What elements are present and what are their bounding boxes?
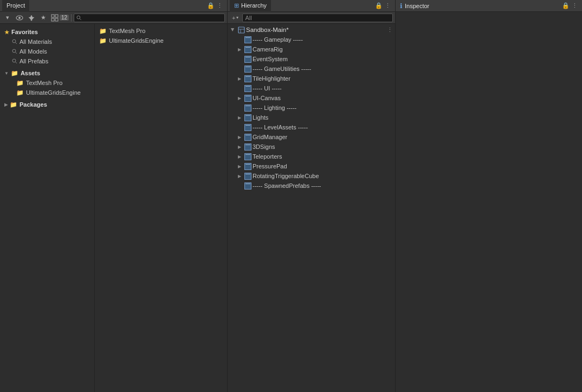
dropdown-arrow-btn[interactable]: ▾ [2, 13, 13, 23]
sidebar-item-all-materials[interactable]: All Materials [0, 37, 94, 47]
favorites-section: ★ Favorites All Materials All Models All… [0, 26, 94, 67]
gameutilities-cube-icon [244, 65, 251, 73]
lights-label: Lights [253, 114, 268, 121]
hier-item-gameutilities[interactable]: ▶ ----- GameUtilities ----- [228, 64, 395, 74]
pin-btn[interactable] [26, 13, 37, 23]
hier-item-camerarig[interactable]: ▶ CameraRig [228, 44, 395, 54]
hier-item-ui-sep[interactable]: ▶ ----- UI ----- [228, 83, 395, 93]
asset-item-textmesh[interactable]: 📁 TextMesh Pro [95, 26, 227, 36]
search-input[interactable] [83, 15, 222, 21]
root-arrow: ▶ [230, 27, 236, 33]
asset-item-ultimate[interactable]: 📁 UltimateGridsEngine [95, 36, 227, 45]
sidebar-packages-header[interactable]: ▶ 📁 Packages [0, 100, 94, 109]
root-scene-icon [237, 26, 245, 34]
hier-item-gameplay[interactable]: ▶ ----- Gameplay ----- [228, 35, 395, 44]
svg-line-11 [16, 53, 17, 54]
hier-item-lights[interactable]: ▶ Lights [228, 113, 395, 122]
sidebar-item-all-prefabs[interactable]: All Prefabs [0, 56, 94, 66]
svg-rect-4 [51, 18, 54, 21]
camerarig-arrow: ▶ [236, 46, 243, 53]
hierarchy-tab-label: Hierarchy [241, 2, 267, 9]
ui-sep-label: ----- UI ----- [253, 85, 282, 92]
hier-item-rotatingcube[interactable]: ▶ RotatingTriggerableCube [228, 171, 395, 181]
tilehighlighter-label: TileHighlighter [253, 75, 290, 82]
hierarchy-toolbar: + ▾ All [228, 12, 395, 24]
hier-item-tilehighlighter[interactable]: ▶ TileHighlighter [228, 74, 395, 83]
project-sidebar: ★ Favorites All Materials All Models All… [0, 24, 95, 392]
hierarchy-tab[interactable]: ⊞ Hierarchy [230, 0, 271, 12]
hier-item-teleporters[interactable]: ▶ Teleporters [228, 152, 395, 161]
hier-item-gridmanager[interactable]: ▶ GridManager [228, 132, 395, 142]
project-tab-label: Project [7, 2, 25, 9]
ultimate-grids-label: UltimateGridsEngine [26, 89, 81, 96]
assets-section: ▼ 📁 Assets 📁 TextMesh Pro 📁 UltimateGrid… [0, 67, 94, 99]
add-label: + [232, 15, 235, 21]
sidebar-item-ultimate[interactable]: 📁 UltimateGridsEngine [0, 88, 94, 97]
all-materials-label: All Materials [20, 38, 52, 45]
lights-arrow: ▶ [236, 114, 243, 121]
divider [71, 14, 72, 22]
inspector-lock-icon[interactable]: 🔒 [562, 2, 570, 9]
search-small-icon [12, 39, 17, 44]
sidebar-favorites-header[interactable]: ★ Favorites [0, 27, 94, 37]
lock-icon[interactable]: 🔒 [207, 2, 215, 9]
teleporters-arrow: ▶ [236, 153, 243, 160]
svg-rect-2 [51, 15, 54, 17]
search-small-icon-2 [12, 49, 17, 54]
eventsystem-label: EventSystem [253, 56, 288, 62]
hierarchy-more-icon[interactable]: ⋮ [385, 2, 391, 9]
svg-rect-3 [55, 15, 58, 17]
svg-point-10 [12, 49, 16, 53]
hier-item-eventsystem[interactable]: ▶ EventSystem [228, 54, 395, 64]
hierarchy-tab-icon: ⊞ [234, 2, 239, 9]
inspector-more-icon[interactable]: ⋮ [572, 2, 578, 9]
search-icon [76, 15, 82, 21]
packages-label: Packages [20, 101, 47, 108]
hier-item-uicanvas[interactable]: ▶ UI-Canvas [228, 93, 395, 103]
hier-item-spawnedprefabs-sep[interactable]: ▶ ----- SpawnedPrefabs ----- [228, 181, 395, 191]
gridmanager-cube-icon [244, 133, 251, 141]
hierarchy-add-btn[interactable]: + ▾ [230, 13, 241, 23]
assets-folder-icon: 📁 [11, 70, 18, 77]
lights-cube-icon [244, 114, 251, 121]
hier-item-pressurepad[interactable]: ▶ PressurePad [228, 161, 395, 171]
star-btn[interactable]: ★ [38, 13, 49, 23]
search-small-icon-3 [12, 58, 17, 64]
svg-line-9 [16, 43, 17, 44]
svg-point-12 [12, 59, 16, 62]
ultimate-folder-icon: 📁 [16, 89, 24, 96]
inspector-panel: ℹ Inspector 🔒 ⋮ [396, 0, 582, 392]
inspector-content-area [396, 12, 582, 392]
root-more-icon[interactable]: ⋮ [387, 27, 393, 34]
more-icon[interactable]: ⋮ [217, 2, 223, 9]
inspector-label: Inspector [405, 3, 429, 9]
hierarchy-lock-icon[interactable]: 🔒 [375, 2, 383, 9]
project-split: ★ Favorites All Materials All Models All… [0, 24, 227, 392]
project-search-bar[interactable] [74, 14, 225, 22]
tilehighlighter-arrow: ▶ [236, 75, 243, 82]
hier-item-lighting-sep[interactable]: ▶ ----- Lighting ----- [228, 103, 395, 113]
hierarchy-content: ▶ Sandbox-Main* ⋮ ▶ ----- Gameplay -----… [228, 24, 395, 392]
project-toolbar: ▾ ★ 12 [0, 12, 227, 24]
hierarchy-search-bar[interactable]: All [242, 14, 393, 22]
project-tab[interactable]: Project [2, 0, 29, 12]
pressurepad-arrow: ▶ [236, 163, 243, 169]
textmesh-pro-label: TextMesh Pro [26, 80, 62, 86]
rotatingcube-label: RotatingTriggerableCube [253, 173, 319, 179]
sidebar-item-textmesh[interactable]: 📁 TextMesh Pro [0, 78, 94, 88]
sidebar-assets-header[interactable]: ▼ 📁 Assets [0, 68, 94, 78]
assets-label: Assets [21, 70, 40, 76]
levelassets-sep-label: ----- LevelAssets ----- [253, 124, 308, 130]
hier-item-levelassets-sep[interactable]: ▶ ----- LevelAssets ----- [228, 122, 395, 132]
triangle-right-icon: ▶ [4, 102, 8, 107]
sidebar-item-all-models[interactable]: All Models [0, 47, 94, 56]
rotatingcube-cube-icon [244, 172, 251, 180]
assets-file-panel: 📁 TextMesh Pro 📁 UltimateGridsEngine [95, 24, 227, 392]
hierarchy-root-item[interactable]: ▶ Sandbox-Main* ⋮ [228, 25, 395, 35]
add-dropdown-icon: ▾ [236, 15, 238, 20]
svg-line-13 [16, 62, 17, 64]
hier-item-3dsigns[interactable]: ▶ 3DSigns [228, 142, 395, 152]
eye-toggle-btn[interactable] [14, 13, 25, 23]
asset-ultimate-label: UltimateGridsEngine [109, 37, 164, 44]
all-models-label: All Models [20, 48, 47, 55]
